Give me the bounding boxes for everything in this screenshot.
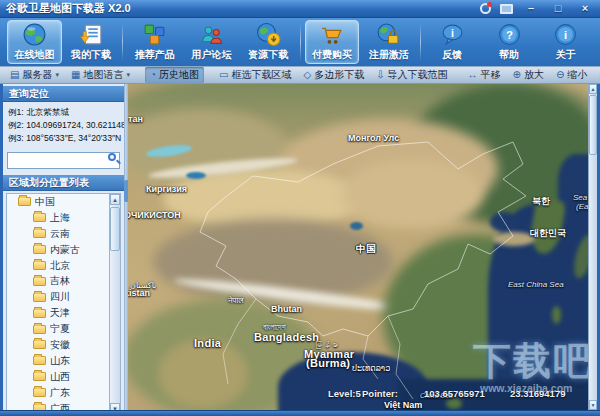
- tree-item[interactable]: 四川: [7, 289, 120, 305]
- my-downloads-label: 我的下载: [71, 48, 111, 62]
- chevron-down-icon: ▾: [55, 71, 59, 79]
- main-toolbar: 在线地图 我的下载 推荐产品 用户论坛 资源下载 付费购买 注册激活: [0, 18, 600, 66]
- help-label: 帮助: [499, 48, 519, 62]
- tree-item[interactable]: 宁夏: [7, 321, 120, 337]
- help-icon: ?: [497, 22, 522, 47]
- tree-item[interactable]: 安徽: [7, 337, 120, 353]
- tree-item[interactable]: 北京: [7, 258, 120, 274]
- tree-scrollbar[interactable]: ▲ ▼: [109, 194, 120, 410]
- lake-qinghai: [350, 222, 363, 230]
- map-scrollbar[interactable]: ▲ ▼: [588, 84, 597, 410]
- forum-users-icon: [199, 22, 224, 47]
- about-label: 关于: [556, 48, 576, 62]
- tree-item[interactable]: 上海: [7, 210, 120, 226]
- minimize-button[interactable]: –: [522, 2, 540, 15]
- location-search-input[interactable]: [7, 152, 120, 169]
- my-downloads-button[interactable]: 我的下载: [64, 20, 119, 64]
- scroll-down-icon[interactable]: ▼: [589, 400, 597, 410]
- zoom-in-button[interactable]: ⊕ 放大: [508, 67, 549, 83]
- map-scrollbar-thumb[interactable]: [589, 95, 597, 155]
- scroll-up-icon[interactable]: ▲: [110, 194, 120, 205]
- folder-icon: [33, 372, 46, 381]
- cart-icon: [319, 22, 344, 47]
- feedback-label: 反馈: [442, 48, 462, 62]
- select-rectangle-icon: ▭: [219, 70, 228, 80]
- download-list-icon: [79, 22, 104, 47]
- bohai-sea: [490, 212, 518, 232]
- tree-item[interactable]: 广西: [7, 401, 120, 410]
- taiwan-island: [552, 306, 561, 324]
- about-button[interactable]: i 关于: [538, 20, 593, 64]
- region-section-header: 区域划分位置列表: [3, 175, 124, 191]
- search-examples: 例1: 北京紫禁城 例2: 104.09691724, 30.62114865 …: [3, 102, 124, 147]
- folder-icon: [33, 213, 46, 222]
- map-viewport[interactable]: тан Монгол Улс Киргизия ОЧИКИСТОН 中国 북한 …: [128, 84, 597, 410]
- terrain-deccan: [158, 339, 248, 409]
- folder-icon: [18, 197, 31, 206]
- desktop-icon[interactable]: [500, 4, 513, 14]
- feedback-button[interactable]: i 反馈: [425, 20, 480, 64]
- server-icon: ▤: [10, 70, 19, 80]
- tree-item[interactable]: 广东: [7, 385, 120, 401]
- tree-item[interactable]: 吉林: [7, 273, 120, 289]
- example-1: 例1: 北京紫禁城: [8, 106, 119, 119]
- zoom-out-icon: ⊖: [556, 70, 564, 80]
- register-activate-button[interactable]: 注册激活: [361, 20, 416, 64]
- register-lock-icon: [376, 22, 401, 47]
- hainan-island: [446, 398, 462, 409]
- resource-download-button[interactable]: 资源下载: [241, 20, 296, 64]
- window-controls: – □ ×: [480, 2, 594, 15]
- purchase-button[interactable]: 付费购买: [305, 20, 360, 64]
- online-map-button[interactable]: 在线地图: [7, 20, 62, 64]
- map-label-pakistan: kistan: [128, 288, 150, 298]
- folder-icon: [33, 309, 46, 318]
- language-grid-icon: ▦: [71, 70, 80, 80]
- lake-issyk-kul: [186, 172, 206, 179]
- help-button[interactable]: ? 帮助: [482, 20, 537, 64]
- import-icon: ⇩: [376, 70, 384, 80]
- online-map-label: 在线地图: [14, 48, 54, 62]
- svg-text:i: i: [451, 28, 454, 39]
- history-map-button[interactable]: ◔ 历史地图: [145, 67, 204, 83]
- app-window: 谷歌卫星地图下载器 X2.0 – □ × 在线地图 我的下载 推荐产品 用户论坛: [0, 0, 600, 416]
- tree-item[interactable]: 山西: [7, 369, 120, 385]
- scroll-down-icon[interactable]: ▼: [110, 403, 120, 410]
- title-bar: 谷歌卫星地图下载器 X2.0 – □ ×: [0, 0, 600, 18]
- import-range-button[interactable]: ⇩ 导入下载范围: [371, 67, 452, 83]
- tree-item-china[interactable]: 中国: [7, 194, 120, 210]
- clock-icon: ◔: [150, 70, 156, 80]
- scroll-up-icon[interactable]: ▲: [589, 84, 597, 94]
- pan-button[interactable]: ↔ 平移: [463, 67, 506, 83]
- folder-icon: [33, 245, 46, 254]
- resource-download-icon: [256, 22, 281, 47]
- recommended-products-label: 推荐产品: [135, 48, 175, 62]
- app-title: 谷歌卫星地图下载器 X2.0: [6, 1, 480, 16]
- recommended-products-button[interactable]: 推荐产品: [127, 20, 182, 64]
- box-select-download-button[interactable]: ▭ 框选下载区域: [214, 67, 296, 83]
- tree-scrollbar-thumb[interactable]: [110, 207, 120, 251]
- maximize-button[interactable]: □: [549, 2, 567, 15]
- tree-item[interactable]: 内蒙古: [7, 242, 120, 258]
- user-forum-button[interactable]: 用户论坛: [184, 20, 239, 64]
- close-button[interactable]: ×: [576, 2, 594, 15]
- folder-icon: [33, 388, 46, 397]
- polygon-download-button[interactable]: ◇ 多边形下载: [298, 67, 369, 83]
- zoom-out-button[interactable]: ⊖ 缩小: [551, 67, 592, 83]
- window-bottom-border: [0, 410, 600, 416]
- tree-item[interactable]: 天津: [7, 305, 120, 321]
- products-cubes-icon: [142, 22, 167, 47]
- tree-item[interactable]: 山东: [7, 353, 120, 369]
- tree-item[interactable]: 云南: [7, 226, 120, 242]
- terrain-gobi: [343, 159, 483, 229]
- south-china-sea: [398, 379, 597, 410]
- map-language-menu[interactable]: ▦ 地图语言 ▾: [66, 67, 135, 83]
- folder-icon: [33, 261, 46, 270]
- polygon-icon: ◇: [303, 70, 311, 80]
- full-view-button[interactable]: ▣ 全视图: [594, 67, 600, 83]
- region-tree: 中国 上海 云南 内蒙古 北京 吉林 四川 天津 宁夏 安徽 山东 山西 广东 …: [6, 193, 121, 410]
- search-icon[interactable]: [108, 153, 116, 161]
- pan-arrows-icon: ↔: [468, 70, 478, 80]
- register-activate-label: 注册激活: [369, 48, 409, 62]
- server-menu[interactable]: ▤ 服务器 ▾: [5, 67, 64, 83]
- update-icon[interactable]: [480, 3, 491, 14]
